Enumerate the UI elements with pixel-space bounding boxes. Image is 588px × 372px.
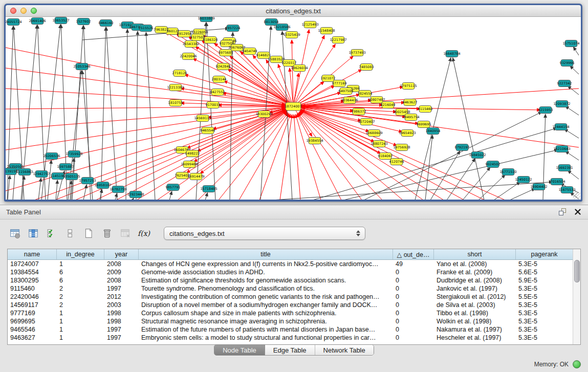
tab-node-table[interactable]: Node Table: [214, 345, 265, 355]
graph-node-label: 10653527: [52, 18, 69, 23]
graph-node-label: 9024502: [486, 162, 500, 166]
zoom-window-button[interactable]: [31, 8, 37, 14]
citation-edge-black[interactable]: [478, 175, 505, 200]
graph-node-label: 9146821: [256, 53, 271, 57]
citation-edge-black[interactable]: [205, 193, 208, 200]
table-toolbar: f(x)citations_edges.txt: [8, 225, 365, 242]
table-row[interactable]: 1830029562008Estimation of significance …: [8, 276, 580, 285]
citation-edge-black[interactable]: [573, 47, 579, 55]
citation-edge-black[interactable]: [510, 188, 535, 200]
vertical-scrollbar[interactable]: [573, 249, 580, 344]
network-graph[interactable]: 1872400788601288912954132260589327503818…: [6, 17, 581, 200]
citation-edge-black[interactable]: [146, 32, 155, 200]
table-cell: 6: [57, 277, 104, 284]
column-header-pagerank[interactable]: pagerank: [516, 249, 573, 259]
new-column-button[interactable]: [82, 227, 95, 240]
citation-edge-black[interactable]: [101, 27, 106, 200]
table-row[interactable]: 1872400712008Changes of HCN gene express…: [8, 260, 580, 268]
table-row[interactable]: 2242004622012Investigating the contribut…: [8, 293, 580, 301]
graph-node-label: 13505135: [63, 174, 80, 179]
citation-edge-black[interactable]: [565, 106, 579, 115]
graph-node-label: 20206536: [43, 154, 60, 158]
function-builder-button[interactable]: f(x): [137, 227, 150, 240]
select-all-button[interactable]: [45, 227, 58, 240]
graph-node-label: 12213383: [167, 85, 184, 90]
table-row[interactable]: 911546021997Tourette syndrome. Phenomeno…: [8, 285, 580, 293]
citation-edge-black[interactable]: [568, 86, 579, 95]
citation-edge-red[interactable]: [116, 110, 286, 200]
citation-edge-black[interactable]: [169, 191, 172, 200]
table-row[interactable]: 946362711997Embryonic stem cells: a mode…: [8, 334, 580, 342]
citation-edge-black[interactable]: [463, 167, 490, 200]
graph-node-label: 7986372: [352, 110, 366, 114]
select-columns-button[interactable]: [27, 227, 40, 240]
network-canvas[interactable]: 1872400788601288912954132260589327503818…: [6, 17, 581, 200]
citation-edge-black[interactable]: [83, 26, 91, 200]
citation-edge-red[interactable]: [193, 58, 293, 106]
citation-edge-black[interactable]: [126, 29, 127, 200]
citation-edge-black[interactable]: [272, 182, 553, 200]
table-cell: 5.9E-5: [516, 277, 573, 284]
table-panel-header[interactable]: Table Panel: [0, 205, 588, 220]
column-header-out_de[interactable]: △ out_de…: [393, 249, 434, 259]
citation-edge-red[interactable]: [6, 89, 285, 106]
table-cell: 5.3E-5: [516, 310, 573, 317]
minimize-window-button[interactable]: [20, 8, 27, 14]
table-cell: Tibbo et al. (1998): [434, 310, 516, 317]
table-row[interactable]: 1456911722003Disruption of a novel membe…: [8, 301, 580, 309]
citation-edge-black[interactable]: [56, 180, 57, 200]
delete-column-button[interactable]: [100, 227, 114, 240]
graph-node-label: 16904402: [530, 185, 547, 189]
citation-edge-black[interactable]: [564, 129, 579, 138]
table-cell: 5.6E-5: [516, 269, 573, 276]
citation-edge-red[interactable]: [219, 113, 288, 200]
citation-edge-black[interactable]: [133, 198, 134, 200]
table-cell: 49: [393, 260, 434, 268]
citation-edge-red[interactable]: [6, 106, 285, 109]
graph-node-label: 4120746: [389, 160, 404, 164]
function-icon: f(x): [138, 229, 150, 237]
citation-edge-black[interactable]: [570, 66, 579, 74]
citation-edge-black[interactable]: [48, 160, 51, 200]
citation-edge-black[interactable]: [13, 171, 15, 200]
citation-edge-red[interactable]: [301, 107, 579, 147]
column-header-in_degree[interactable]: in_degree: [57, 249, 104, 259]
column-header-title[interactable]: title: [139, 249, 393, 259]
graph-node-label: 12093872: [553, 102, 570, 106]
citation-edge-black[interactable]: [568, 170, 579, 179]
table-mode-button[interactable]: [8, 227, 21, 240]
network-select[interactable]: citations_edges.txt: [164, 227, 365, 240]
citation-edge-black[interactable]: [136, 31, 138, 200]
table-row[interactable]: 1938455462009Genome-wide association stu…: [8, 268, 580, 276]
citation-edge-black[interactable]: [83, 185, 86, 200]
citation-edge-black[interactable]: [313, 128, 557, 200]
citation-edge-red[interactable]: [6, 109, 286, 191]
resize-grip[interactable]: [573, 192, 580, 199]
citation-edge-red[interactable]: [185, 75, 293, 106]
column-header-name[interactable]: name: [8, 249, 57, 259]
citation-edge-black[interactable]: [453, 58, 484, 200]
scrollbar-thumb[interactable]: [574, 260, 580, 282]
citation-edge-red[interactable]: [299, 113, 382, 200]
citation-edge-red[interactable]: [6, 108, 285, 170]
close-panel-icon[interactable]: [574, 208, 582, 216]
citation-edge-black[interactable]: [565, 151, 579, 160]
window-title: citations_edges.txt: [6, 7, 581, 15]
citation-edge-red[interactable]: [280, 115, 292, 200]
float-panel-icon[interactable]: [558, 208, 567, 216]
table-cell: 5.3E-5: [516, 285, 573, 292]
citation-edge-red[interactable]: [194, 106, 293, 162]
network-window-titlebar[interactable]: citations_edges.txt: [6, 5, 581, 17]
citation-edge-red[interactable]: [195, 47, 293, 106]
column-header-year[interactable]: year: [104, 249, 139, 259]
table-row[interactable]: 969969511998Structural magnetic resonanc…: [8, 317, 580, 325]
column-header-short[interactable]: short: [434, 249, 516, 259]
tab-edge-table[interactable]: Edge Table: [265, 345, 315, 355]
table-row[interactable]: 977716911998Corpus callosum shape and si…: [8, 309, 580, 317]
citation-edge-red[interactable]: [6, 68, 285, 105]
tab-network-table[interactable]: Network Table: [315, 345, 374, 355]
table-row[interactable]: 946554611997Estimation of the future num…: [8, 325, 580, 334]
deselect-all-button[interactable]: [63, 227, 77, 240]
close-window-button[interactable]: [10, 8, 16, 14]
memory-status-indicator[interactable]: [573, 360, 581, 368]
